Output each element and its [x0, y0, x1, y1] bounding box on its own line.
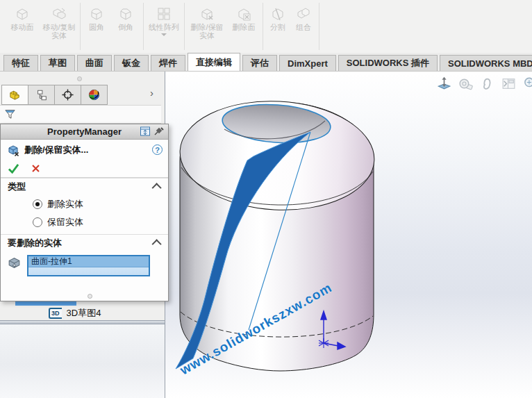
- selected-body-item[interactable]: 曲面-拉伸1: [28, 256, 149, 267]
- tab-weldments[interactable]: 焊件: [151, 55, 185, 71]
- split-icon: [269, 6, 286, 22]
- tab-label: 钣金: [122, 57, 140, 69]
- graphics-area[interactable]: www.solidworkszxw.com: [165, 72, 532, 398]
- help-button[interactable]: ?: [152, 144, 163, 155]
- fillet-icon: [88, 6, 105, 22]
- tab-featuremanager[interactable]: [1, 85, 28, 105]
- tab-dimxpertmanager[interactable]: [54, 85, 81, 105]
- delete-face-icon: [235, 6, 252, 22]
- tab-direct-editing[interactable]: 直接编辑: [188, 53, 240, 71]
- filter-row[interactable]: [0, 105, 161, 124]
- pane-icon[interactable]: [501, 76, 517, 92]
- part-icon: [8, 88, 22, 101]
- display-sphere-icon: [88, 88, 101, 101]
- tab-features[interactable]: 特征: [3, 55, 38, 71]
- tab-sketch[interactable]: 草图: [40, 55, 75, 71]
- view-normal-icon[interactable]: [436, 76, 452, 92]
- ribbon-separator: [143, 3, 144, 50]
- radio-keep-bodies[interactable]: 保留实体: [1, 213, 168, 231]
- pm-resize-handle[interactable]: [88, 294, 92, 299]
- ribbon-button-label: 线性阵列: [149, 23, 179, 31]
- tab-displaymanager[interactable]: [81, 85, 108, 105]
- delete-keep-body-button[interactable]: 删除/保留实体: [187, 0, 227, 53]
- fillet-button[interactable]: 圆角: [83, 0, 110, 53]
- delete-keep-body-icon: [199, 6, 215, 22]
- ribbon-separator: [263, 3, 263, 50]
- radio-label: 删除实体: [47, 198, 83, 210]
- radio-button-selected[interactable]: [33, 199, 42, 209]
- bodies-selection-row: 曲面-拉伸1: [1, 251, 168, 276]
- tab-label: DimXpert: [288, 58, 328, 69]
- combine-button[interactable]: 组合: [290, 0, 317, 53]
- panel-splitter[interactable]: [0, 320, 165, 324]
- bodies-section-header[interactable]: 要删除的实体: [1, 234, 168, 251]
- attach-icon[interactable]: [479, 76, 495, 92]
- ribbon-button-label: 组合: [296, 23, 311, 31]
- tab-solidworks-addins[interactable]: SOLIDWORKS 插件: [338, 55, 438, 71]
- measure-icon[interactable]: [458, 76, 474, 92]
- combine-icon: [295, 6, 312, 22]
- tab-label: 曲面: [85, 57, 103, 69]
- panel-width-handle[interactable]: [77, 76, 82, 81]
- tree-icon: [35, 89, 48, 101]
- section-title: 类型: [8, 181, 26, 193]
- tab-solidworks-mbd[interactable]: SOLIDWORKS MBD: [440, 55, 532, 71]
- linear-pattern-button[interactable]: 线性阵列: [146, 0, 182, 53]
- heads-up-toolbar: [436, 76, 532, 92]
- tree-selected-item-strip[interactable]: [15, 301, 76, 306]
- ribbon-button-label: 移动面: [11, 23, 34, 31]
- tree-item-label: 3D草图4: [67, 307, 101, 320]
- feature-title-row: 删除/保留实体... ?: [1, 140, 168, 160]
- property-manager-title: PropertyManager: [47, 126, 122, 137]
- ribbon-separator: [80, 3, 81, 50]
- tab-label: 焊件: [159, 57, 177, 69]
- type-section-header[interactable]: 类型: [1, 178, 168, 195]
- split-button[interactable]: 分割: [265, 0, 290, 53]
- tab-configurationmanager[interactable]: [28, 85, 55, 105]
- move-copy-body-button[interactable]: 移动/复制实体: [40, 0, 78, 53]
- tab-surfaces[interactable]: 曲面: [77, 55, 112, 71]
- ribbon-button-label: 圆角: [89, 23, 104, 31]
- property-manager-header: PropertyManager: [1, 124, 168, 140]
- property-manager-panel: PropertyManager 删除/保留实体... ? 类型 删除实体: [0, 124, 169, 301]
- panel-tabs-expand-arrow[interactable]: ›: [150, 87, 153, 99]
- solidworks-window: 移动面 移动/复制实体 圆角 倒角 线性阵列: [0, 0, 532, 398]
- ribbon-separator: [319, 3, 319, 50]
- tab-label: 草图: [49, 57, 67, 69]
- chamfer-button[interactable]: 倒角: [110, 0, 141, 53]
- autoshow-icon[interactable]: [140, 126, 151, 137]
- move-face-icon: [14, 6, 31, 22]
- delete-face-button[interactable]: 删除面: [227, 0, 260, 53]
- dropdown-caret-icon[interactable]: [161, 33, 167, 36]
- panel-lower-pane: [0, 324, 165, 398]
- feature-title: 删除/保留实体...: [24, 144, 88, 156]
- bodies-to-delete-listbox[interactable]: 曲面-拉伸1: [27, 255, 150, 276]
- ok-button[interactable]: [8, 163, 19, 174]
- crosshair-icon: [61, 88, 74, 101]
- tab-evaluate[interactable]: 评估: [242, 55, 277, 71]
- tab-dimxpert[interactable]: DimXpert: [279, 55, 336, 71]
- body-item-label: 曲面-拉伸1: [31, 256, 72, 267]
- pin-icon[interactable]: [153, 126, 165, 137]
- radio-delete-bodies[interactable]: 删除实体: [1, 195, 168, 213]
- radio-button[interactable]: [33, 217, 42, 227]
- move-face-button[interactable]: 移动面: [4, 0, 40, 53]
- commandmanager-tabbar: 特征 草图 曲面 钣金 焊件 直接编辑 评估 DimXpert SOLIDWOR…: [0, 53, 532, 72]
- ribbon-button-label: 删除/保留实体: [187, 23, 227, 40]
- collapse-chevron-icon[interactable]: [152, 239, 162, 249]
- tab-sheet-metal[interactable]: 钣金: [114, 55, 149, 71]
- tab-label: 直接编辑: [196, 56, 232, 69]
- ribbon-button-label: 移动/复制实体: [40, 23, 78, 40]
- collapse-chevron-icon[interactable]: [152, 183, 162, 192]
- tab-label: 特征: [12, 57, 30, 69]
- manager-panel-tabs: [1, 85, 107, 105]
- model-canvas[interactable]: www.solidworkszxw.com: [165, 72, 532, 398]
- delete-keep-body-feature-icon: [6, 143, 20, 157]
- command-ribbon: 移动面 移动/复制实体 圆角 倒角 线性阵列: [0, 0, 532, 53]
- tree-item-3d-sketch[interactable]: 3D 3D草图4: [49, 306, 101, 320]
- cancel-button[interactable]: [31, 164, 40, 173]
- ribbon-button-label: 删除面: [233, 23, 256, 31]
- magnifier-icon[interactable]: [522, 76, 532, 92]
- tab-label: SOLIDWORKS MBD: [448, 58, 532, 69]
- ribbon-button-label: 倒角: [118, 23, 133, 31]
